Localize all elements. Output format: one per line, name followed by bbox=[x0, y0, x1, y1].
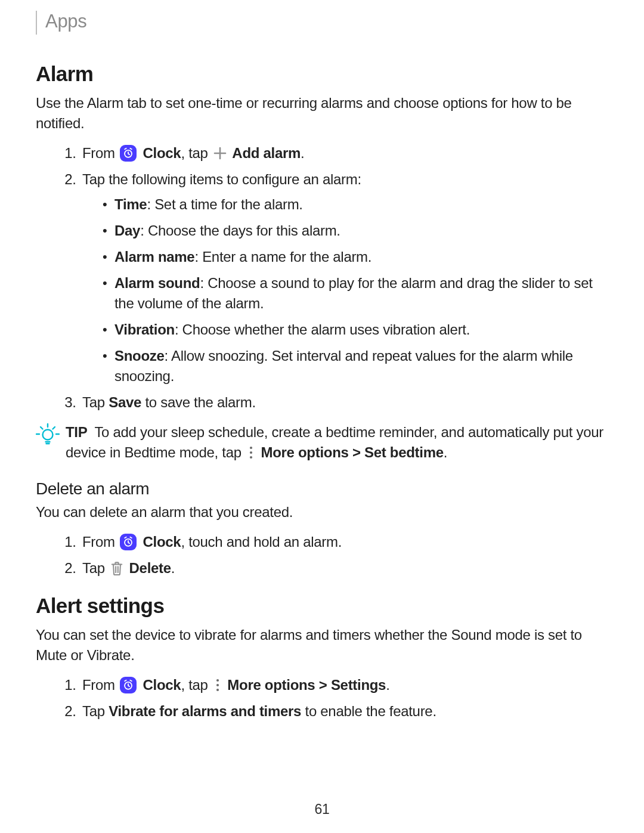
text: . bbox=[301, 145, 304, 161]
label: Day bbox=[114, 222, 140, 239]
settings-label: Settings bbox=[331, 677, 386, 693]
label: Alarm sound bbox=[114, 275, 200, 291]
clock-icon bbox=[120, 677, 137, 693]
item-vibration: Vibration: Choose whether the alarm uses… bbox=[103, 320, 608, 340]
text: Tap bbox=[82, 703, 109, 719]
alarm-intro: Use the Alarm tab to set one-time or rec… bbox=[36, 93, 608, 134]
label: Time bbox=[114, 196, 147, 212]
item-day: Day: Choose the days for this alarm. bbox=[103, 221, 608, 241]
plus-icon bbox=[213, 146, 227, 160]
clock-icon bbox=[120, 534, 137, 550]
alarm-config-list: Time: Set a time for the alarm. Day: Cho… bbox=[82, 194, 608, 386]
text: Tap bbox=[82, 560, 109, 576]
breadcrumb-rule bbox=[36, 11, 37, 35]
breadcrumb-label: Apps bbox=[45, 10, 86, 33]
text: to enable the feature. bbox=[301, 703, 436, 719]
text: . bbox=[171, 560, 175, 576]
item-time: Time: Set a time for the alarm. bbox=[103, 194, 608, 215]
item-snooze: Snooze: Allow snoozing. Set interval and… bbox=[103, 346, 608, 386]
alarm-step-2: Tap the following items to configure an … bbox=[80, 169, 608, 386]
page-number: 61 bbox=[0, 801, 644, 817]
clock-icon bbox=[120, 145, 137, 162]
svg-point-9 bbox=[216, 689, 219, 691]
text: . bbox=[386, 677, 389, 693]
svg-point-3 bbox=[250, 451, 252, 454]
text: From bbox=[82, 145, 119, 161]
alert-step-2: Tap Vibrate for alarms and timers to ena… bbox=[80, 701, 608, 721]
alert-steps: From Clock, tap More options > Settings.… bbox=[36, 675, 608, 721]
save-label: Save bbox=[109, 394, 141, 410]
text: : Allow snoozing. Set interval and repea… bbox=[114, 348, 573, 384]
text: : Enter a name for the alarm. bbox=[194, 249, 371, 265]
text: , tap bbox=[181, 677, 212, 693]
alert-intro: You can set the device to vibrate for al… bbox=[36, 625, 608, 665]
tip-text: TIP To add your sleep schedule, create a… bbox=[66, 422, 608, 463]
clock-label: Clock bbox=[143, 534, 181, 550]
arrow: > bbox=[315, 677, 330, 693]
more-options-icon bbox=[214, 678, 221, 692]
text: , tap bbox=[181, 145, 212, 161]
delete-label: Delete bbox=[129, 560, 171, 576]
label: Alarm name bbox=[114, 249, 194, 265]
text: From bbox=[82, 677, 119, 693]
arrow: > bbox=[349, 444, 364, 460]
clock-label: Clock bbox=[143, 145, 181, 161]
more-options-icon bbox=[247, 445, 255, 460]
heading-alert-settings: Alert settings bbox=[36, 594, 608, 618]
alert-step-1: From Clock, tap More options > Settings. bbox=[80, 675, 608, 695]
delete-step-2: Tap Delete. bbox=[80, 558, 608, 578]
lightbulb-icon bbox=[36, 422, 60, 446]
alarm-step-3: Tap Save to save the alarm. bbox=[80, 392, 608, 413]
set-bedtime-label: Set bedtime bbox=[364, 444, 444, 460]
clock-label: Clock bbox=[143, 677, 181, 693]
more-options-label: More options bbox=[227, 677, 315, 693]
heading-alarm: Alarm bbox=[36, 62, 608, 86]
label: Vibration bbox=[114, 321, 175, 337]
item-alarm-sound: Alarm sound: Choose a sound to play for … bbox=[103, 273, 608, 314]
text: From bbox=[82, 534, 119, 550]
text: Tap the following items to configure an … bbox=[82, 171, 361, 187]
breadcrumb: Apps bbox=[36, 10, 608, 35]
delete-steps: From Clock, touch and hold an alarm. Tap bbox=[36, 532, 608, 578]
delete-intro: You can delete an alarm that you created… bbox=[36, 502, 608, 522]
svg-point-7 bbox=[216, 679, 219, 682]
heading-delete-alarm: Delete an alarm bbox=[36, 479, 608, 498]
alarm-step-1: From Clock, tap Add alarm. bbox=[80, 143, 608, 163]
label: Snooze bbox=[114, 348, 165, 364]
svg-point-4 bbox=[250, 456, 252, 459]
text: : Set a time for the alarm. bbox=[147, 196, 302, 212]
text: : Choose whether the alarm uses vibratio… bbox=[175, 321, 470, 337]
text: to save the alarm. bbox=[141, 394, 256, 410]
text: Tap bbox=[82, 394, 109, 410]
text: , touch and hold an alarm. bbox=[181, 534, 342, 550]
delete-step-1: From Clock, touch and hold an alarm. bbox=[80, 532, 608, 552]
tip-label: TIP bbox=[66, 424, 87, 440]
trash-icon bbox=[110, 560, 124, 577]
text: : Choose the days for this alarm. bbox=[140, 222, 340, 239]
item-alarm-name: Alarm name: Enter a name for the alarm. bbox=[103, 247, 608, 267]
more-options-label: More options bbox=[261, 444, 348, 460]
manual-page: Apps Alarm Use the Alarm tab to set one-… bbox=[0, 0, 644, 833]
text: . bbox=[444, 444, 447, 460]
svg-point-1 bbox=[43, 430, 53, 440]
vibrate-label: Vibrate for alarms and timers bbox=[109, 703, 301, 719]
add-alarm-label: Add alarm bbox=[232, 145, 301, 161]
tip-block: TIP To add your sleep schedule, create a… bbox=[36, 422, 608, 463]
svg-point-8 bbox=[216, 684, 219, 686]
svg-point-2 bbox=[250, 447, 252, 449]
alarm-steps: From Clock, tap Add alarm. Tap the follo… bbox=[36, 143, 608, 413]
